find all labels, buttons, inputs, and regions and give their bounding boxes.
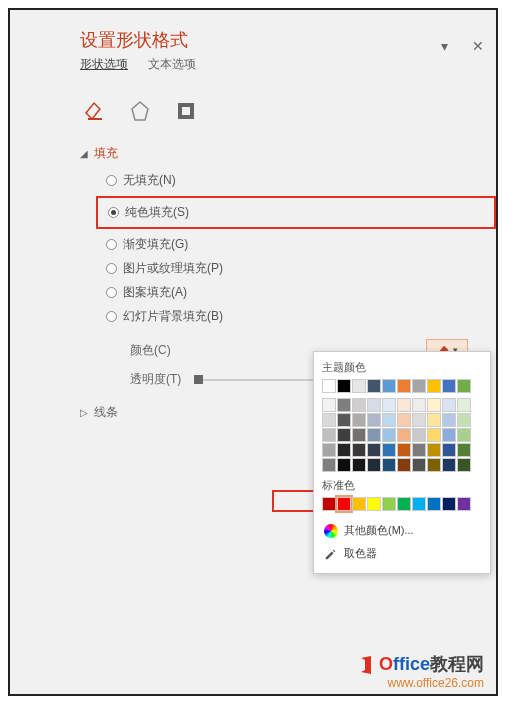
color-swatch[interactable]: [352, 458, 366, 472]
color-swatch[interactable]: [382, 413, 396, 427]
color-swatch[interactable]: [352, 443, 366, 457]
color-swatch[interactable]: [442, 413, 456, 427]
radio-icon: [106, 239, 117, 250]
svg-rect-2: [182, 107, 190, 115]
effects-icon[interactable]: [126, 97, 154, 125]
color-swatch[interactable]: [457, 428, 471, 442]
fill-line-icon[interactable]: [80, 97, 108, 125]
standard-swatch[interactable]: [337, 497, 351, 511]
color-swatch[interactable]: [457, 443, 471, 457]
standard-swatch[interactable]: [457, 497, 471, 511]
color-swatch[interactable]: [412, 458, 426, 472]
radio-no-fill[interactable]: 无填充(N): [106, 172, 496, 189]
section-fill-label: 填充: [94, 145, 118, 162]
color-swatch[interactable]: [427, 458, 441, 472]
radio-slidebg-fill[interactable]: 幻灯片背景填充(B): [106, 308, 496, 325]
color-swatch[interactable]: [457, 413, 471, 427]
color-swatch[interactable]: [337, 458, 351, 472]
radio-label: 幻灯片背景填充(B): [123, 308, 223, 325]
slider-thumb[interactable]: [194, 375, 203, 384]
color-swatch[interactable]: [412, 413, 426, 427]
color-swatch[interactable]: [397, 443, 411, 457]
theme-colors-label: 主题颜色: [322, 360, 482, 375]
color-swatch[interactable]: [442, 379, 456, 393]
theme-swatch-grid: [322, 379, 482, 472]
color-swatch[interactable]: [442, 458, 456, 472]
more-colors-link[interactable]: 其他颜色(M)...: [322, 519, 482, 542]
color-swatch[interactable]: [382, 443, 396, 457]
color-swatch[interactable]: [442, 398, 456, 412]
color-swatch[interactable]: [322, 443, 336, 457]
color-swatch[interactable]: [352, 413, 366, 427]
color-swatch[interactable]: [337, 443, 351, 457]
standard-swatch[interactable]: [427, 497, 441, 511]
color-swatch[interactable]: [382, 398, 396, 412]
standard-swatch[interactable]: [442, 497, 456, 511]
color-swatch[interactable]: [382, 428, 396, 442]
color-swatch[interactable]: [427, 443, 441, 457]
app-frame: 设置形状格式 ▾ ✕ 形状选项 文本选项 ◢ 填充: [8, 8, 498, 696]
color-swatch[interactable]: [382, 379, 396, 393]
color-swatch[interactable]: [442, 428, 456, 442]
color-swatch[interactable]: [367, 398, 381, 412]
color-swatch[interactable]: [412, 443, 426, 457]
color-swatch[interactable]: [352, 398, 366, 412]
color-swatch[interactable]: [337, 398, 351, 412]
color-swatch[interactable]: [412, 379, 426, 393]
color-swatch[interactable]: [397, 413, 411, 427]
color-swatch[interactable]: [457, 458, 471, 472]
color-wheel-icon: [324, 524, 338, 538]
color-swatch[interactable]: [397, 428, 411, 442]
radio-picture-fill[interactable]: 图片或纹理填充(P): [106, 260, 496, 277]
color-swatch[interactable]: [322, 413, 336, 427]
standard-swatch[interactable]: [397, 497, 411, 511]
color-swatch[interactable]: [367, 379, 381, 393]
color-swatch[interactable]: [352, 379, 366, 393]
color-swatch[interactable]: [427, 428, 441, 442]
color-swatch[interactable]: [427, 379, 441, 393]
color-swatch[interactable]: [367, 443, 381, 457]
color-swatch[interactable]: [397, 458, 411, 472]
color-swatch[interactable]: [352, 428, 366, 442]
color-swatch[interactable]: [322, 428, 336, 442]
radio-pattern-fill[interactable]: 图案填充(A): [106, 284, 496, 301]
color-swatch[interactable]: [382, 458, 396, 472]
radio-solid-fill[interactable]: 纯色填充(S): [108, 204, 189, 221]
standard-swatch[interactable]: [367, 497, 381, 511]
tab-text-options[interactable]: 文本选项: [148, 56, 196, 79]
color-swatch[interactable]: [427, 398, 441, 412]
watermark-url: www.office26.com: [357, 676, 484, 690]
standard-row: [322, 497, 482, 511]
standard-colors-label: 标准色: [322, 478, 482, 493]
color-swatch[interactable]: [412, 398, 426, 412]
color-swatch[interactable]: [337, 413, 351, 427]
color-swatch[interactable]: [457, 398, 471, 412]
color-swatch[interactable]: [337, 428, 351, 442]
panel-controls: ▾ ✕: [441, 38, 484, 54]
panel-close-icon[interactable]: ✕: [472, 38, 484, 54]
color-swatch[interactable]: [322, 379, 336, 393]
color-swatch[interactable]: [367, 413, 381, 427]
color-swatch[interactable]: [427, 413, 441, 427]
tab-shape-options[interactable]: 形状选项: [80, 56, 128, 79]
standard-swatch[interactable]: [412, 497, 426, 511]
color-swatch[interactable]: [457, 379, 471, 393]
color-swatch[interactable]: [367, 428, 381, 442]
standard-swatch[interactable]: [382, 497, 396, 511]
radio-gradient-fill[interactable]: 渐变填充(G): [106, 236, 496, 253]
color-swatch[interactable]: [442, 443, 456, 457]
color-swatch[interactable]: [322, 458, 336, 472]
section-fill-header[interactable]: ◢ 填充: [20, 139, 496, 168]
color-swatch[interactable]: [397, 398, 411, 412]
eyedropper-link[interactable]: 取色器: [322, 542, 482, 565]
color-swatch[interactable]: [337, 379, 351, 393]
standard-swatch[interactable]: [352, 497, 366, 511]
eyedropper-icon: [324, 547, 338, 561]
color-swatch[interactable]: [397, 379, 411, 393]
color-swatch[interactable]: [367, 458, 381, 472]
color-swatch[interactable]: [322, 398, 336, 412]
color-swatch[interactable]: [412, 428, 426, 442]
size-properties-icon[interactable]: [172, 97, 200, 125]
panel-menu-caret-icon[interactable]: ▾: [441, 38, 448, 54]
standard-swatch[interactable]: [322, 497, 336, 511]
